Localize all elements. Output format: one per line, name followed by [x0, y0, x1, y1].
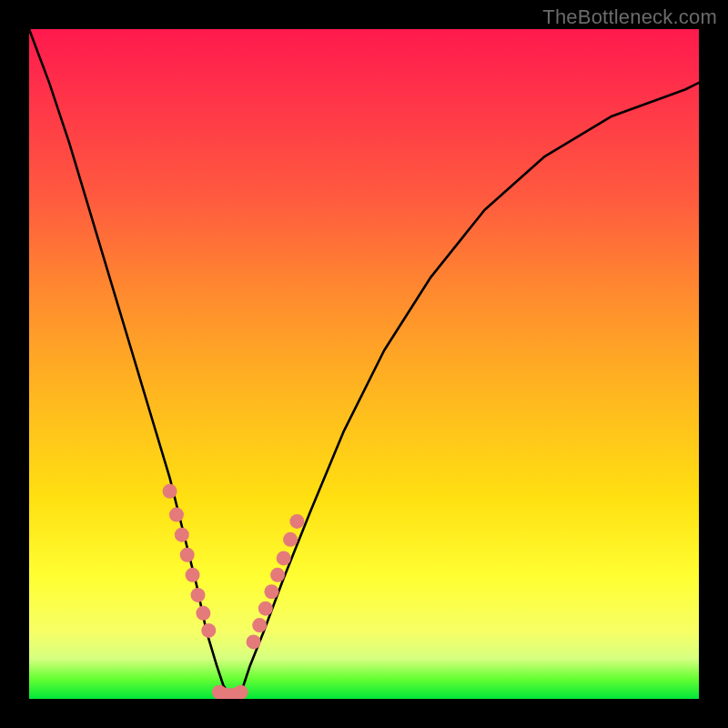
chart-frame: TheBottleneck.com	[0, 0, 728, 728]
chart-svg	[29, 29, 699, 699]
marker-group-right	[247, 514, 305, 649]
marker-group-left	[163, 484, 217, 638]
data-marker	[258, 602, 273, 616]
data-marker	[201, 623, 216, 638]
data-marker	[247, 634, 261, 649]
data-marker	[180, 548, 195, 562]
data-marker	[196, 606, 210, 621]
bottleneck-curve	[29, 29, 699, 695]
data-marker	[190, 588, 205, 602]
watermark-text: TheBottleneck.com	[542, 5, 717, 29]
data-marker	[234, 685, 248, 699]
plot-area	[29, 29, 699, 699]
data-marker	[163, 484, 177, 499]
data-marker	[277, 551, 291, 565]
marker-group-valley	[212, 685, 248, 699]
data-marker	[283, 532, 298, 547]
data-marker	[252, 618, 267, 632]
data-marker	[289, 514, 304, 529]
data-marker	[264, 584, 278, 599]
data-marker	[186, 568, 200, 582]
data-marker	[175, 528, 189, 542]
data-marker	[169, 508, 184, 522]
data-marker	[270, 568, 285, 582]
